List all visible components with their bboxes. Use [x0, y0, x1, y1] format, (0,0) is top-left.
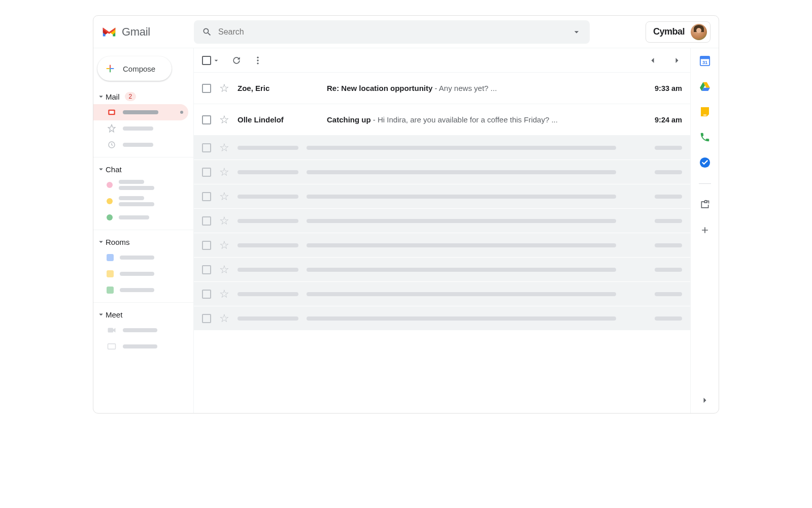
mail-row[interactable]: ☆ Olle Lindelof Catching up - Hi Indira,… — [194, 104, 690, 136]
search-icon — [202, 27, 212, 37]
checkbox-icon — [202, 56, 211, 65]
placeholder — [123, 126, 153, 131]
sidebar-room[interactable] — [93, 249, 188, 266]
app-window: Gmail Cymbal Compose — [93, 15, 719, 414]
caret-down-icon — [212, 56, 220, 65]
main: ☆ Zoe, Eric Re: New location opportunity… — [194, 48, 690, 413]
keep-app-icon[interactable] — [699, 106, 710, 117]
chat-section-head[interactable]: Chat — [93, 162, 193, 177]
unread-dot — [180, 111, 183, 114]
sidebar-item-inbox[interactable] — [93, 104, 188, 120]
sidebar-meet-newmeeting[interactable] — [93, 322, 188, 338]
subject-cell: Re: New location opportunity - Any news … — [327, 84, 647, 92]
calendar-app-icon[interactable]: 31 — [699, 55, 710, 67]
subject: Catching up — [327, 115, 371, 124]
get-addons-icon[interactable] — [699, 225, 710, 236]
preview: Any news yet? ... — [439, 84, 497, 92]
search-input[interactable] — [218, 27, 571, 37]
mail-row[interactable]: ☆ Zoe, Eric Re: New location opportunity… — [194, 73, 690, 104]
sidebar-room[interactable] — [93, 282, 188, 298]
search-bar[interactable] — [194, 20, 590, 44]
more-button[interactable] — [253, 55, 263, 66]
contact-dot — [107, 182, 113, 188]
contact-dot — [107, 214, 113, 220]
meet-section-head[interactable]: Meet — [93, 307, 193, 322]
svg-point-11 — [257, 59, 258, 61]
search-options-icon[interactable] — [571, 27, 582, 37]
svg-rect-16 — [703, 114, 706, 116]
svg-point-10 — [257, 56, 258, 58]
svg-rect-0 — [110, 65, 111, 68]
body: Compose Mail 2 — [93, 48, 719, 413]
prev-page-button[interactable] — [648, 55, 658, 66]
svg-point-12 — [257, 62, 258, 64]
row-checkbox[interactable] — [202, 115, 211, 124]
sidebar-chat-contact[interactable] — [93, 193, 188, 209]
ghost-row: ☆ — [194, 184, 690, 209]
inbox-icon — [107, 108, 117, 117]
compose-button[interactable]: Compose — [97, 56, 172, 81]
ghost-row: ☆ — [194, 136, 690, 160]
refresh-icon — [231, 55, 242, 66]
header: Gmail Cymbal — [93, 16, 719, 48]
account-switcher[interactable]: Cymbal — [646, 21, 710, 43]
row-checkbox[interactable] — [202, 84, 211, 93]
ghost-row: ☆ — [194, 233, 690, 258]
star-toggle[interactable]: ☆ — [219, 113, 229, 126]
caret-down-icon — [96, 237, 106, 246]
time: 9:33 am — [655, 84, 682, 92]
video-icon — [107, 327, 117, 334]
room-icon — [107, 254, 114, 261]
sidebar-chat-contact[interactable] — [93, 209, 188, 226]
mail-section-head[interactable]: Mail 2 — [93, 89, 193, 104]
avatar[interactable] — [691, 24, 707, 40]
addons-icon[interactable] — [699, 199, 710, 210]
ghost-row: ☆ — [194, 160, 690, 184]
svg-rect-4 — [110, 68, 111, 69]
mail-list: ☆ Zoe, Eric Re: New location opportunity… — [194, 73, 690, 413]
collapse-rail-icon[interactable] — [699, 395, 710, 406]
svg-rect-9 — [108, 344, 116, 350]
sidebar-room[interactable] — [93, 266, 188, 282]
svg-rect-2 — [107, 68, 110, 69]
mail-section-title: Mail — [106, 92, 120, 101]
refresh-button[interactable] — [231, 55, 242, 66]
plus-icon — [105, 63, 116, 74]
compose-label: Compose — [123, 65, 155, 73]
svg-rect-6 — [110, 111, 114, 114]
ghost-row: ☆ — [194, 306, 690, 331]
room-icon — [107, 270, 114, 277]
next-page-button[interactable] — [672, 55, 682, 66]
svg-rect-1 — [110, 69, 111, 72]
chat-section-title: Chat — [106, 165, 122, 174]
drive-app-icon[interactable] — [699, 81, 710, 92]
sidebar-meet-join[interactable] — [93, 338, 188, 355]
rooms-section-title: Rooms — [106, 238, 130, 246]
sidebar-chat-contact[interactable] — [93, 177, 188, 193]
placeholder — [123, 143, 153, 147]
chevron-right-icon — [672, 55, 682, 66]
rooms-section-head[interactable]: Rooms — [93, 234, 193, 249]
ghost-row: ☆ — [194, 282, 690, 306]
svg-rect-8 — [108, 328, 114, 333]
placeholder — [123, 110, 158, 114]
tasks-app-icon[interactable] — [699, 157, 710, 168]
brand-name: Cymbal — [653, 26, 685, 37]
sender: Olle Lindelof — [238, 115, 319, 124]
sidebar-item-starred[interactable] — [93, 120, 188, 137]
svg-rect-14 — [700, 56, 709, 59]
svg-rect-3 — [111, 68, 114, 69]
side-rail: 31 — [690, 48, 719, 413]
star-icon — [107, 124, 117, 133]
star-toggle[interactable]: ☆ — [219, 82, 229, 95]
select-all[interactable] — [202, 56, 220, 65]
ghost-row: ☆ — [194, 258, 690, 282]
logo-block[interactable]: Gmail — [101, 25, 194, 39]
contacts-app-icon[interactable] — [699, 132, 710, 143]
keyboard-icon — [107, 343, 117, 350]
mail-badge: 2 — [125, 92, 137, 101]
subject: Re: New location opportunity — [327, 84, 432, 92]
sidebar-item-snoozed[interactable] — [93, 137, 188, 153]
ghost-row: ☆ — [194, 209, 690, 233]
caret-down-icon — [96, 165, 106, 174]
